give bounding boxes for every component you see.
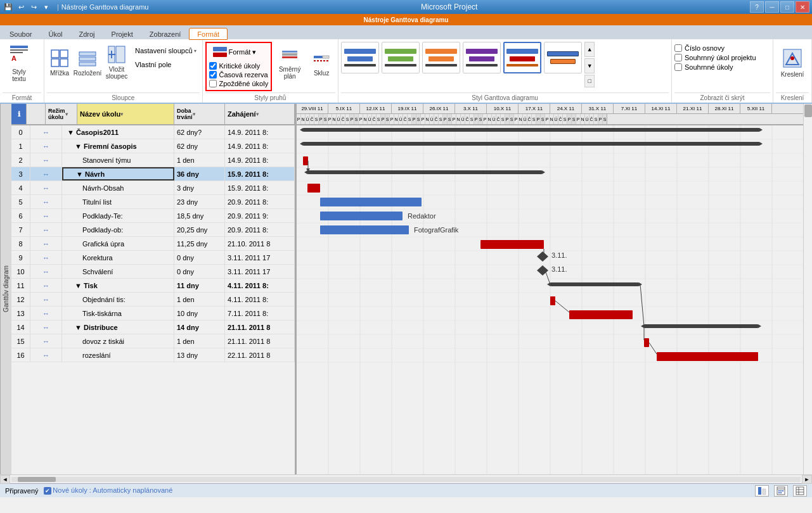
- vlastni-pole-button[interactable]: Vlastní pole: [132, 58, 200, 71]
- day-cell: P: [390, 114, 394, 125]
- table-row[interactable]: 15 ↔ dovoz z tiskái 1 den 21.11. 2011 8: [11, 334, 295, 348]
- smerny-plan-button[interactable]: Směrnýplán: [276, 42, 304, 84]
- gantt-view-button[interactable]: [755, 485, 769, 497]
- minimize-button[interactable]: ─: [765, 1, 779, 13]
- skluz-button[interactable]: Skluz: [307, 42, 335, 84]
- table-view-button[interactable]: [793, 485, 807, 497]
- week-cell: 17.X 11: [519, 104, 550, 113]
- th-id[interactable]: [27, 104, 46, 124]
- calendar-view-button[interactable]: [774, 485, 788, 497]
- zpozdene-ukoly-label: Zpožděné úkoly: [219, 80, 269, 87]
- table-row[interactable]: 14 ↔ ▼ Distribuce 14 dny 21.11. 2011 8: [11, 320, 295, 334]
- table-row[interactable]: 13 ↔ Tisk-tiskárna 10 dny 7.11. 2011 8:: [11, 307, 295, 320]
- nastaveni-sloupcu-button[interactable]: Nastavení sloupců ▾: [132, 44, 200, 57]
- table-row[interactable]: 16 ↔ rozeslání 13 dny 22.11. 2011 8: [11, 348, 295, 362]
- day-cell: S: [448, 114, 452, 125]
- close-button[interactable]: ✕: [796, 1, 809, 13]
- svg-rect-4: [51, 50, 59, 58]
- gallery-item-4[interactable]: [463, 42, 501, 73]
- table-row[interactable]: 8 ↔ Grafická úpra 11,25 dny 21.10. 2011 …: [11, 237, 295, 251]
- kritickle-ukoly-checkbox[interactable]: [209, 62, 217, 70]
- week-cell: 19.IX 11: [392, 104, 423, 113]
- tab-zdroj[interactable]: Zdroj: [71, 28, 103, 39]
- scrollbar-thumb[interactable]: [804, 104, 812, 117]
- vertical-scrollbar[interactable]: [803, 104, 812, 474]
- tab-zobrazeni[interactable]: Zobrazení: [141, 28, 190, 39]
- gallery-item-3[interactable]: [422, 42, 460, 73]
- undo-button[interactable]: ↩: [15, 1, 27, 13]
- table-row[interactable]: 7 ↔ Podklady-ob: 20,25 dny 20.9. 2011 8:: [11, 223, 295, 237]
- week-cell: 12.IX 11: [360, 104, 392, 113]
- day-cell: N: [425, 114, 430, 125]
- table-row[interactable]: 10 ↔ Schválení 0 dny 3.11. 2011 17: [11, 265, 295, 279]
- tab-ukol[interactable]: Úkol: [40, 28, 70, 39]
- ribbon-group-sloupce: Mřížka Rozložení Vložitsloupec: [44, 39, 203, 103]
- tab-projekt[interactable]: Projekt: [103, 28, 141, 39]
- bar-row12: [550, 296, 555, 305]
- gallery-item-6[interactable]: [544, 42, 582, 73]
- ribbon-group-styly: A Stylytextu Formát: [0, 39, 44, 103]
- th-mode[interactable]: Režimúkolu ▾: [46, 104, 77, 124]
- table-row[interactable]: 5 ↔ Titulní list 23 dny 20.9. 2011 8:: [11, 195, 295, 209]
- day-cell: Ú: [306, 114, 310, 125]
- redo-button[interactable]: ↪: [28, 1, 39, 13]
- svg-rect-50: [636, 125, 645, 474]
- table-row[interactable]: 0 ↔ ▼ Časopis2011 62 dny? 14.9. 2011 8:: [11, 125, 295, 139]
- table-row[interactable]: 11 ↔ ▼ Tisk 11 dny 4.11. 2011 8:: [11, 279, 295, 293]
- th-duration[interactable]: Dobatrvání ▾: [174, 104, 225, 124]
- svg-rect-8: [79, 52, 96, 56]
- quick-access-more[interactable]: ▾: [41, 1, 52, 13]
- day-cell: N: [550, 114, 554, 125]
- table-row[interactable]: 1 ↔ ▼ Firemní časopis 62 dny 14.9. 2011 …: [11, 139, 295, 153]
- day-cell: S: [541, 114, 545, 125]
- gallery-item-5[interactable]: [503, 42, 541, 73]
- scrollbar-track[interactable]: [11, 477, 801, 482]
- table-row[interactable]: 3 ↔ ▼ Návrh 36 dny 15.9. 2011 8:: [11, 167, 295, 181]
- maximize-button[interactable]: □: [780, 1, 794, 13]
- svg-rect-99: [796, 487, 804, 495]
- table-row[interactable]: 6 ↔ Podklady-Te: 18,5 dny 20.9. 2011 9:: [11, 209, 295, 223]
- scrollbar-thumb-h[interactable]: [18, 477, 56, 482]
- mrizka-button[interactable]: Mřížka: [47, 42, 72, 84]
- kresleni-button[interactable]: Kreslení: [776, 42, 809, 84]
- help-button[interactable]: ?: [750, 1, 764, 13]
- day-cell: P: [297, 114, 301, 125]
- bar-row0-summary: [303, 128, 759, 132]
- casova-rezerva-checkbox[interactable]: [209, 71, 217, 79]
- table-row[interactable]: 4 ↔ Návrh-Obsah 3 dny 15.9. 2011 8:: [11, 181, 295, 195]
- mrizka-icon: [51, 49, 68, 68]
- tab-soubor[interactable]: Soubor: [1, 28, 40, 39]
- souhrnny-ukol-checkbox[interactable]: [674, 54, 682, 61]
- cislo-osnovy-checkbox[interactable]: [674, 44, 682, 52]
- zpozdene-ukoly-checkbox[interactable]: [209, 80, 217, 87]
- table-row[interactable]: 2 ↔ Stanovení týmu 1 den 14.9. 2011 8:: [11, 153, 295, 167]
- rozlozeni-button[interactable]: Rozložení: [74, 42, 101, 84]
- day-cell: P: [359, 114, 363, 125]
- souhrnne-ukoly-checkbox[interactable]: [674, 63, 682, 71]
- gallery-item-1[interactable]: [341, 42, 379, 73]
- day-cell: P: [567, 114, 572, 125]
- save-button[interactable]: 💾: [3, 1, 14, 13]
- vlastni-pole-label: Vlastní pole: [135, 61, 171, 68]
- table-row[interactable]: 9 ↔ Korektura 0 dny 3.11. 2011 17: [11, 251, 295, 265]
- souhrnny-ukol-label: Souhrnný úkol projektu: [685, 54, 756, 61]
- format-btn[interactable]: Formát ▾: [209, 46, 269, 58]
- gallery-scroll-up[interactable]: ▲: [584, 42, 595, 57]
- week-cell: 31.X 11: [582, 104, 614, 113]
- day-cell: P: [545, 114, 550, 125]
- styly-textu-button[interactable]: A Stylytextu: [3, 42, 35, 84]
- window-controls: ? ─ □ ✕: [750, 1, 809, 13]
- th-name[interactable]: Název úkolu ▾: [77, 104, 174, 124]
- vlozit-sloupec-button[interactable]: Vložitsloupec: [103, 42, 131, 84]
- th-start[interactable]: Zahájení ▾: [225, 104, 295, 124]
- scroll-right-button[interactable]: ►: [802, 475, 812, 484]
- gallery-expand[interactable]: □: [584, 75, 595, 87]
- scroll-left-button[interactable]: ◄: [0, 475, 10, 484]
- gallery-item-2[interactable]: [382, 42, 420, 73]
- day-cell: P: [483, 114, 487, 125]
- tab-format[interactable]: Formát: [189, 28, 228, 40]
- bar-row6: [320, 212, 403, 220]
- table-row[interactable]: 12 ↔ Objednání tis: 1 den 4.11. 2011 8:: [11, 293, 295, 307]
- gallery-scroll-down[interactable]: ▼: [584, 58, 595, 73]
- bar-row3-summary: [307, 170, 542, 174]
